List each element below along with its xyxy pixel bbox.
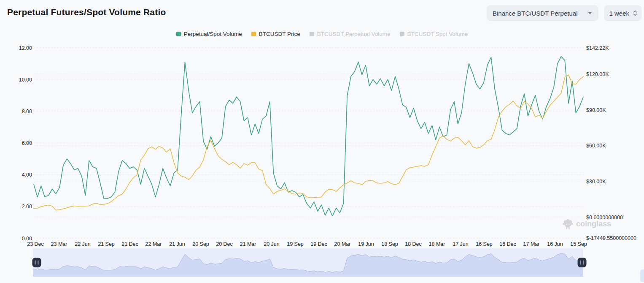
x-axis-label: 16 Jun [547, 241, 563, 247]
x-axis-label: 16 Sep [476, 241, 493, 247]
y-axis-label-right: $30.00K [586, 179, 606, 185]
legend-swatch-perpetual-spot-volume [176, 32, 181, 36]
x-axis-label: 22 Mar [146, 241, 162, 247]
legend-item-btcusdt-price[interactable]: BTCUSDT Price [251, 31, 300, 37]
y-axis-label-right: $90.00K [586, 107, 606, 113]
chart-controls: Binance BTC/USDT Perpetual 1 week [487, 5, 641, 21]
x-axis-label: 18 Mar [429, 241, 445, 247]
x-axis-label: 20 Dec [216, 241, 233, 247]
y-axis-label-right: $120.00K [586, 71, 609, 77]
x-axis-label: 19 Jun [358, 241, 374, 247]
legend-swatch-btcusdt-price [251, 32, 256, 36]
y-axis-label-left: 8.00 [22, 109, 32, 114]
legend-label: BTCUSDT Price [259, 31, 300, 37]
interval-select[interactable]: 1 week [604, 5, 641, 21]
corner-widget-edge [640, 269, 644, 282]
x-axis-label: 23 Dec [27, 241, 44, 247]
navigator-handle-left-grip [35, 261, 36, 265]
coinglass-watermark-text: coinglass [576, 220, 611, 229]
y-axis-label-left: 10.00 [19, 77, 32, 83]
x-axis-label: 18 Sep [381, 241, 398, 247]
x-axis-label: 19 Dec [310, 241, 327, 247]
y-axis-label-left: 12.00 [19, 45, 32, 51]
x-axis-label: 15 Sep [570, 241, 587, 247]
legend-label: BTCUSDT Perpetual Volume [317, 31, 391, 37]
x-axis-label: 17 Jun [453, 241, 469, 247]
navigator-handle-right-grip [580, 261, 581, 265]
x-axis-label: 19 Sep [287, 241, 304, 247]
chevron-down-icon [588, 12, 592, 14]
interval-select-value: 1 week [609, 10, 629, 17]
page-title: Perpetual Futures/Spot Volume Ratio [7, 7, 166, 17]
x-axis-label: 21 Jun [169, 241, 185, 247]
y-axis-label-left: 4.00 [22, 172, 32, 178]
symbol-select-value: Binance BTC/USDT Perpetual [493, 10, 577, 17]
legend-label: Perpetual/Spot Volume [184, 31, 242, 37]
legend-label: BTCUSDT Spot Volume [407, 31, 468, 37]
legend-swatch-btcusdt-spot-volume [400, 32, 404, 36]
legend-item-btcusdt-spot-volume[interactable]: BTCUSDT Spot Volume [400, 31, 468, 37]
x-axis-label: 23 Mar [51, 241, 67, 247]
coinglass-chart-page: 12.0010.008.006.004.002.000.00$142.22K$1… [0, 0, 644, 283]
legend-swatch-btcusdt-perpetual-volume [310, 32, 314, 36]
y-axis-label-left: 0.00 [22, 236, 32, 242]
x-axis-label: 21 Dec [121, 241, 138, 247]
legend: Perpetual/Spot Volume BTCUSDT Price BTCU… [0, 31, 644, 37]
coinglass-watermark: coinglass [562, 218, 611, 230]
legend-item-perpetual-spot-volume[interactable]: Perpetual/Spot Volume [176, 31, 242, 37]
chart-plot-area[interactable] [34, 48, 583, 238]
spinner-up-down-icon [633, 10, 637, 16]
y-axis-label-right: $142.22K [586, 45, 609, 51]
x-axis-label: 21 Mar [240, 241, 256, 247]
x-axis-label: 17 Mar [523, 241, 540, 247]
y-axis-label-left: 6.00 [22, 140, 32, 146]
x-axis-label: 16 Dec [499, 241, 516, 247]
main-chart: 12.0010.008.006.004.002.000.00$142.22K$1… [0, 0, 644, 283]
y-axis-label-left: 2.00 [22, 204, 32, 210]
y-axis-label-right: $-17449.5500000000 [586, 235, 636, 241]
x-axis-label: 20 Jun [264, 241, 280, 247]
navigator-handle-right-grip [583, 261, 584, 265]
coinglass-lamb-icon [562, 218, 574, 230]
navigator-handle-left[interactable] [32, 258, 41, 267]
legend-item-btcusdt-perpetual-volume[interactable]: BTCUSDT Perpetual Volume [310, 31, 391, 37]
x-axis-label: 22 Jun [75, 241, 91, 247]
x-axis-label: 20 Mar [334, 241, 351, 247]
symbol-select[interactable]: Binance BTC/USDT Perpetual [487, 5, 598, 21]
x-axis-label: 18 Dec [405, 241, 422, 247]
navigator-handle-left-grip [38, 261, 38, 265]
navigator-handle-right[interactable] [578, 258, 587, 267]
x-axis-label: 20 Sep [192, 241, 209, 247]
x-axis-label: 21 Sep [98, 241, 115, 247]
y-axis-label-right: $60.00K [586, 143, 606, 149]
